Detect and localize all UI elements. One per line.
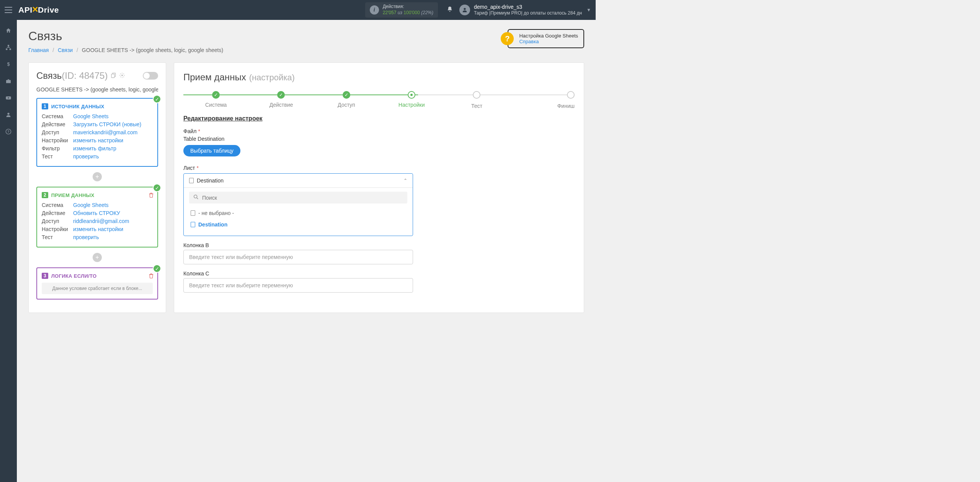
crumb-home[interactable]: Главная: [28, 47, 49, 53]
sidebar-briefcase[interactable]: [0, 73, 17, 90]
block-number: 1: [42, 103, 48, 109]
document-icon: [189, 178, 194, 183]
crumb-current: GOOGLE SHEETS -> (google sheets, logic, …: [82, 47, 223, 53]
right-subtitle: (настройка): [249, 73, 295, 83]
file-label: Файл*: [183, 128, 575, 134]
step-system[interactable]: ✓Система: [183, 91, 248, 109]
svg-rect-1: [8, 45, 9, 46]
trash-icon[interactable]: [148, 192, 154, 199]
topbar: API✕Drive i Действия: 22'057 из 100'000 …: [0, 0, 596, 20]
step-finish[interactable]: Финиш: [510, 91, 575, 109]
block-number: 2: [42, 192, 48, 198]
step-access[interactable]: ✓Доступ: [314, 91, 379, 109]
column-c-label: Колонка C: [183, 270, 575, 277]
logo[interactable]: API✕Drive: [18, 5, 59, 15]
avatar-icon[interactable]: [459, 5, 470, 15]
column-b-input[interactable]: Введите текст или выберите переменную: [183, 250, 413, 264]
file-value: Table Destination: [183, 136, 575, 142]
logic-block: ✓ 3 ЛОГИКА ЕСЛИ/ТО Данное условие сработ…: [36, 267, 158, 300]
check-icon: ✓: [153, 184, 161, 192]
help-icon: ?: [501, 32, 514, 45]
trash-icon[interactable]: [148, 273, 154, 280]
sheet-label: Лист*: [183, 165, 575, 171]
right-title: Прием данных: [183, 72, 246, 83]
column-b-label: Колонка B: [183, 242, 575, 248]
sidebar: $ ?: [0, 20, 17, 313]
svg-rect-5: [6, 80, 11, 83]
option-none[interactable]: - не выбрано -: [189, 207, 407, 219]
check-icon: ✓: [153, 95, 161, 103]
search-input[interactable]: [202, 195, 403, 201]
section-title: Редактирование настроек: [183, 115, 575, 122]
option-destination[interactable]: Destination: [189, 219, 407, 230]
svg-point-13: [194, 195, 197, 198]
info-icon: i: [370, 5, 379, 15]
gear-icon[interactable]: [119, 72, 125, 80]
chevron-down-icon[interactable]: ▼: [586, 7, 591, 13]
sidebar-youtube[interactable]: [0, 90, 17, 106]
block-note: Данное условие сработает если в блоке...: [42, 283, 153, 294]
svg-rect-2: [6, 49, 7, 50]
left-panel: Связь (ID: 48475) GOOGLE SHEETS -> (goog…: [28, 62, 166, 313]
svg-rect-11: [111, 74, 114, 77]
sidebar-links[interactable]: [0, 39, 17, 56]
document-icon: [191, 210, 195, 216]
right-panel: Прием данных (настройка) ✓Система ✓Дейст…: [174, 62, 584, 313]
sheet-select[interactable]: Destination ⌃ - не выбрано -: [183, 173, 413, 236]
svg-point-0: [464, 8, 466, 10]
help-title: Настройка Google Sheets: [519, 33, 578, 39]
breadcrumb: Главная / Связи / GOOGLE SHEETS -> (goog…: [28, 47, 223, 53]
menu-toggle[interactable]: [5, 7, 12, 13]
toggle-switch[interactable]: [143, 72, 158, 80]
step-test[interactable]: Тест: [444, 91, 509, 109]
conn-title: Связь: [36, 70, 62, 81]
sidebar-billing[interactable]: $: [0, 56, 17, 73]
svg-point-12: [121, 75, 123, 76]
choose-table-button[interactable]: Выбрать таблицу: [183, 145, 240, 156]
wizard-steps: ✓Система ✓Действие ✓Доступ Настройки Тес…: [183, 91, 575, 109]
search-icon: [193, 194, 199, 201]
crumb-links[interactable]: Связи: [58, 47, 73, 53]
conn-id: (ID: 48475): [62, 70, 108, 81]
select-head[interactable]: Destination ⌃: [184, 174, 413, 188]
check-icon: ✓: [153, 264, 161, 273]
sidebar-help[interactable]: ?: [0, 123, 17, 140]
destination-block: ✓ 2 ПРИЕМ ДАННЫХ СистемаGoogle Sheets Де…: [36, 187, 158, 248]
conn-subtitle: GOOGLE SHEETS -> (google sheets, logic, …: [36, 86, 158, 93]
user-block[interactable]: demo_apix-drive_s3 Тариф |Премиум PRO| д…: [474, 3, 582, 16]
add-button[interactable]: +: [93, 172, 102, 181]
sidebar-user[interactable]: [0, 106, 17, 123]
help-box[interactable]: ? Настройка Google Sheets Справка: [508, 29, 584, 48]
main: Связь Главная / Связи / GOOGLE SHEETS ->…: [17, 20, 596, 313]
actions-counter[interactable]: i Действия: 22'057 из 100'000 (22%): [365, 2, 438, 17]
document-icon: [191, 222, 195, 227]
sidebar-home[interactable]: [0, 22, 17, 39]
select-search[interactable]: [189, 192, 407, 204]
chevron-up-icon: ⌃: [403, 178, 407, 183]
source-block: ✓ 1 ИСТОЧНИК ДАННЫХ СистемаGoogle Sheets…: [36, 98, 158, 167]
svg-text:$: $: [7, 62, 10, 67]
step-settings[interactable]: Настройки: [379, 91, 444, 109]
svg-text:?: ?: [7, 130, 9, 134]
step-action[interactable]: ✓Действие: [248, 91, 314, 109]
bell-icon[interactable]: [444, 6, 456, 14]
column-c-input[interactable]: Введите текст или выберите переменную: [183, 278, 413, 293]
svg-point-7: [7, 113, 9, 115]
copy-icon[interactable]: [111, 72, 117, 80]
block-number: 3: [42, 273, 48, 279]
add-button[interactable]: +: [93, 253, 102, 262]
page-title: Связь: [28, 29, 223, 43]
svg-rect-3: [10, 49, 11, 50]
help-link[interactable]: Справка: [519, 39, 578, 44]
